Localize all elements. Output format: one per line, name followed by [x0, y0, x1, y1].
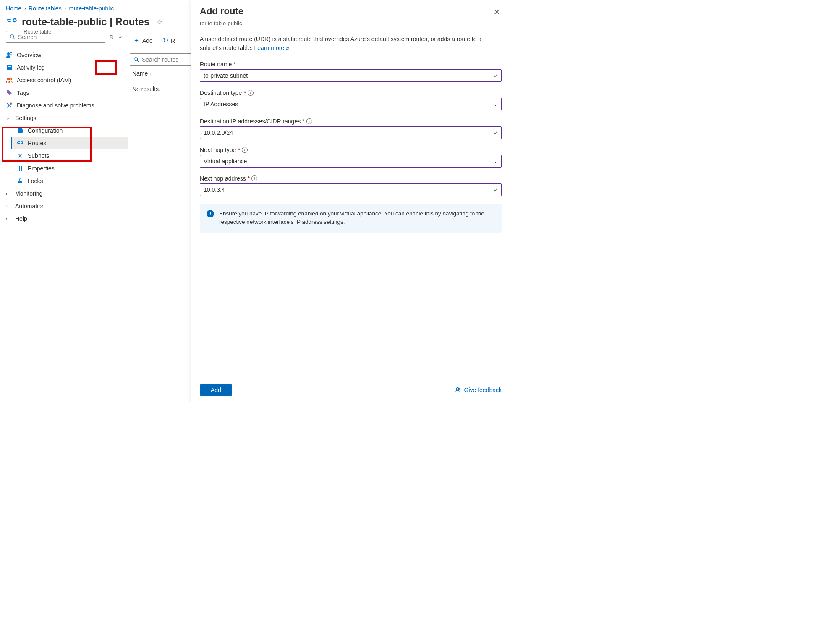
breadcrumb-home[interactable]: Home	[6, 5, 21, 12]
nav-label: Routes	[28, 140, 46, 147]
nav-label: Access control (IAM)	[17, 77, 71, 84]
svg-rect-21	[18, 181, 22, 183]
nav-label: Monitoring	[15, 190, 42, 197]
give-feedback-link[interactable]: Give feedback	[455, 387, 502, 393]
next-hop-address-input[interactable]	[200, 183, 502, 196]
favorite-star-icon[interactable]: ☆	[156, 18, 162, 26]
route-name-input[interactable]	[200, 69, 502, 82]
nav-label: Locks	[28, 178, 43, 184]
nav-label: Diagnose and solve problems	[17, 102, 94, 109]
svg-rect-5	[10, 52, 12, 53]
svg-point-1	[14, 19, 16, 21]
svg-point-2	[10, 35, 14, 38]
svg-point-11	[10, 78, 12, 80]
chevron-right-icon: ›	[6, 216, 11, 221]
learn-more-link[interactable]: Learn more ⧉	[254, 45, 289, 51]
svg-rect-9	[8, 68, 11, 68]
chevron-right-icon: ›	[6, 191, 11, 196]
destination-cidr-input[interactable]	[200, 126, 502, 139]
breadcrumb-sep: ›	[64, 5, 66, 12]
next-hop-type-value: Virtual appliance	[204, 158, 247, 165]
iam-icon	[6, 77, 13, 84]
next-hop-type-label: Next hop type* i	[200, 147, 502, 153]
add-route-submit-button[interactable]: Add	[200, 384, 232, 396]
page-title: route-table-public | Routes	[22, 16, 149, 28]
nav-label: Settings	[15, 115, 37, 121]
nav-label: Help	[15, 215, 27, 222]
nav-activity-log[interactable]: Activity log	[0, 61, 128, 74]
feedback-label: Give feedback	[464, 387, 502, 393]
nav-group-help[interactable]: › Help	[0, 212, 128, 225]
expand-icon[interactable]: ⇅	[109, 33, 115, 41]
chevron-down-icon: ⌄	[494, 102, 497, 107]
external-link-icon: ⧉	[286, 46, 289, 51]
destination-cidr-label: Destination IP addresses/CIDR ranges* i	[200, 118, 502, 125]
search-icon	[133, 57, 139, 63]
nav-search-input[interactable]	[18, 34, 102, 40]
tags-icon	[6, 89, 13, 96]
nav-locks[interactable]: Locks	[11, 175, 128, 187]
next-hop-address-label: Next hop address* i	[200, 175, 502, 182]
nav-group-monitoring[interactable]: › Monitoring	[0, 187, 128, 200]
svg-point-24	[456, 388, 458, 390]
add-route-blade: Add route ✕ route-table-public A user de…	[191, 0, 510, 403]
configuration-icon	[17, 127, 24, 134]
search-icon	[10, 34, 16, 40]
chevron-down-icon: ⌄	[6, 115, 11, 121]
info-banner-icon: i	[207, 210, 214, 217]
destination-type-value: IP Addresses	[204, 101, 238, 107]
destination-type-label: Destination type* i	[200, 89, 502, 96]
info-icon[interactable]: i	[251, 175, 257, 181]
nav-routes[interactable]: Routes	[11, 137, 128, 149]
nav-group-settings[interactable]: ⌄ Settings	[0, 112, 128, 124]
nav-label: Activity log	[17, 64, 45, 71]
blade-description: A user defined route (UDR) is a static r…	[200, 35, 502, 52]
check-icon: ✓	[494, 187, 498, 193]
nav-search-box[interactable]	[6, 31, 105, 43]
svg-point-12	[8, 91, 8, 92]
col-name[interactable]: Name ↑↓	[132, 70, 154, 77]
collapse-nav-icon[interactable]: «	[118, 33, 123, 41]
svg-rect-20	[21, 166, 22, 171]
svg-rect-6	[10, 54, 12, 55]
nav-group-automation[interactable]: › Automation	[0, 200, 128, 212]
nav-configuration[interactable]: Configuration	[11, 124, 128, 137]
svg-rect-15	[18, 131, 22, 131]
destination-type-select[interactable]: IP Addresses	[200, 98, 502, 110]
info-icon[interactable]: i	[306, 118, 312, 124]
routes-icon	[17, 140, 24, 147]
nav-label: Subnets	[28, 152, 49, 159]
nav-overview[interactable]: Overview	[0, 49, 128, 61]
breadcrumb-current[interactable]: route-table-public	[68, 5, 114, 12]
info-icon[interactable]: i	[242, 147, 248, 153]
info-banner-text: Ensure you have IP forwarding enabled on…	[219, 209, 495, 227]
check-icon: ✓	[494, 130, 498, 136]
breadcrumb-sep: ›	[24, 5, 26, 12]
nav-properties[interactable]: Properties	[11, 162, 128, 175]
no-results-text: No results.	[132, 86, 160, 92]
nav-label: Properties	[28, 165, 55, 172]
svg-point-17	[21, 142, 23, 144]
svg-rect-19	[19, 166, 20, 171]
feedback-icon	[455, 387, 462, 393]
locks-icon	[17, 178, 24, 184]
diagnose-icon	[6, 102, 13, 109]
next-hop-type-select[interactable]: Virtual appliance	[200, 155, 502, 168]
route-table-resource-icon	[6, 16, 18, 28]
route-name-label: Route name*	[200, 61, 502, 68]
nav-diagnose[interactable]: Diagnose and solve problems	[0, 99, 128, 112]
refresh-button[interactable]: ↻ R	[159, 34, 179, 47]
plus-icon: ＋	[133, 36, 140, 45]
nav-label: Automation	[15, 203, 45, 209]
info-icon[interactable]: i	[248, 90, 254, 96]
info-banner: i Ensure you have IP forwarding enabled …	[200, 204, 502, 233]
nav-access-control[interactable]: Access control (IAM)	[0, 74, 128, 86]
chevron-down-icon: ⌄	[494, 159, 497, 164]
breadcrumb-route-tables[interactable]: Route tables	[29, 5, 62, 12]
add-button[interactable]: ＋ Add	[129, 34, 157, 47]
nav-subnets[interactable]: Subnets	[11, 149, 128, 162]
chevron-right-icon: ›	[6, 204, 11, 209]
close-icon[interactable]: ✕	[492, 6, 502, 18]
svg-point-22	[134, 58, 138, 61]
nav-tags[interactable]: Tags	[0, 86, 128, 99]
